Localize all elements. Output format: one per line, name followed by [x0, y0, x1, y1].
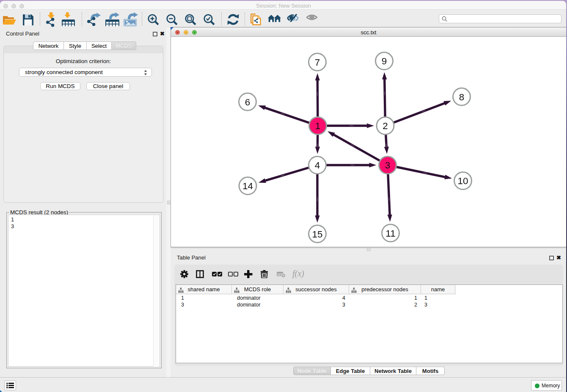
svg-text:8: 8 [459, 92, 465, 102]
svg-text:6: 6 [245, 97, 250, 108]
svg-text:7: 7 [315, 57, 320, 68]
svg-text:11: 11 [385, 228, 395, 239]
svg-text:1: 1 [315, 121, 321, 131]
svg-text:14: 14 [242, 181, 253, 191]
svg-text:9: 9 [382, 56, 387, 66]
svg-text:15: 15 [312, 229, 322, 240]
svg-text:2: 2 [383, 121, 388, 131]
svg-text:3: 3 [385, 160, 391, 171]
svg-text:4: 4 [315, 160, 320, 171]
svg-text:10: 10 [457, 176, 468, 186]
